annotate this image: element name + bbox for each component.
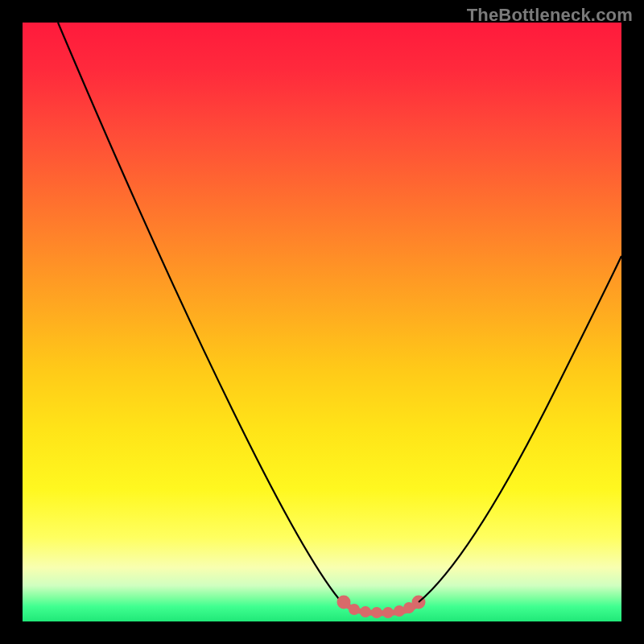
svg-point-5	[386, 610, 391, 616]
right-curve-path	[419, 256, 621, 602]
svg-point-2	[352, 607, 357, 613]
flat-bottom-group	[340, 598, 423, 616]
svg-point-6	[397, 609, 402, 614]
svg-point-3	[363, 609, 369, 615]
left-curve-path	[58, 23, 343, 604]
watermark-text: TheBottleneck.com	[467, 5, 633, 26]
svg-point-7	[407, 605, 412, 611]
svg-point-4	[374, 610, 380, 616]
chart-curves-layer	[23, 23, 621, 621]
